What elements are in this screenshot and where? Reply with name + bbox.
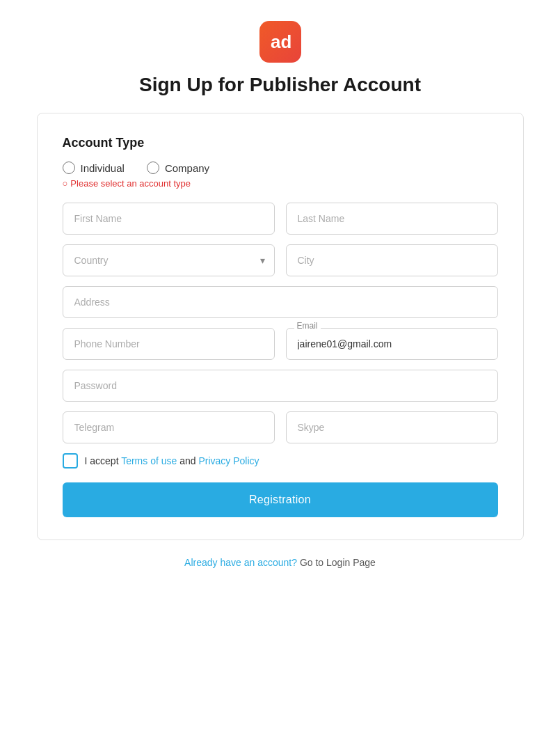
name-row: [63, 203, 498, 235]
radio-individual-label[interactable]: Individual: [63, 162, 125, 174]
password-group: [63, 370, 498, 402]
email-floating-label: Email: [294, 321, 321, 331]
logo-container: ad: [259, 21, 301, 63]
skype-group: [286, 411, 498, 443]
email-input[interactable]: [286, 328, 498, 360]
radio-company-label[interactable]: Company: [147, 162, 209, 174]
account-type-row: Individual Company: [63, 162, 498, 174]
form-card: Account Type Individual Company ○ Please…: [37, 113, 524, 540]
last-name-input[interactable]: [286, 203, 498, 235]
radio-individual[interactable]: [63, 162, 75, 174]
city-input[interactable]: [286, 244, 498, 276]
country-group: Country ▾: [63, 244, 275, 276]
terms-middle: and: [177, 455, 198, 466]
password-row: [63, 370, 498, 402]
skype-input[interactable]: [286, 411, 498, 443]
location-row: Country ▾: [63, 244, 498, 276]
address-row: [63, 286, 498, 318]
telegram-input[interactable]: [63, 411, 275, 443]
svg-text:ad: ad: [271, 31, 291, 52]
app-logo: ad: [259, 21, 301, 63]
address-group: [63, 286, 498, 318]
terms-prefix: I accept: [85, 455, 122, 466]
terms-text: I accept Terms of use and Privacy Policy: [85, 455, 259, 466]
phone-group: [63, 328, 275, 360]
terms-row: I accept Terms of use and Privacy Policy: [63, 453, 498, 469]
login-goto-text: Go to Login Page: [300, 557, 376, 568]
city-group: [286, 244, 498, 276]
radio-individual-text: Individual: [81, 162, 125, 174]
password-input[interactable]: [63, 370, 498, 402]
terms-link[interactable]: Terms of use: [121, 455, 177, 466]
social-row: [63, 411, 498, 443]
last-name-group: [286, 203, 498, 235]
country-select[interactable]: Country: [63, 244, 275, 276]
register-button[interactable]: Registration: [63, 482, 498, 517]
radio-company-text: Company: [165, 162, 209, 174]
email-group: Email: [286, 328, 498, 360]
telegram-group: [63, 411, 275, 443]
phone-input[interactable]: [63, 328, 275, 360]
error-bullet: ○: [63, 178, 68, 189]
login-row: Already have an account? Go to Login Pag…: [184, 557, 376, 568]
page-title: Sign Up for Publisher Account: [139, 74, 421, 96]
error-text: Please select an account type: [70, 178, 191, 189]
address-input[interactable]: [63, 286, 498, 318]
error-account-type: ○ Please select an account type: [63, 178, 498, 189]
radio-company[interactable]: [147, 162, 159, 174]
contact-row: Email: [63, 328, 498, 360]
privacy-link[interactable]: Privacy Policy: [198, 455, 259, 466]
account-type-section: Account Type Individual Company ○ Please…: [63, 136, 498, 189]
login-link[interactable]: Already have an account?: [184, 557, 297, 568]
section-title: Account Type: [63, 136, 498, 150]
terms-checkbox[interactable]: [63, 453, 78, 469]
first-name-input[interactable]: [63, 203, 275, 235]
first-name-group: [63, 203, 275, 235]
